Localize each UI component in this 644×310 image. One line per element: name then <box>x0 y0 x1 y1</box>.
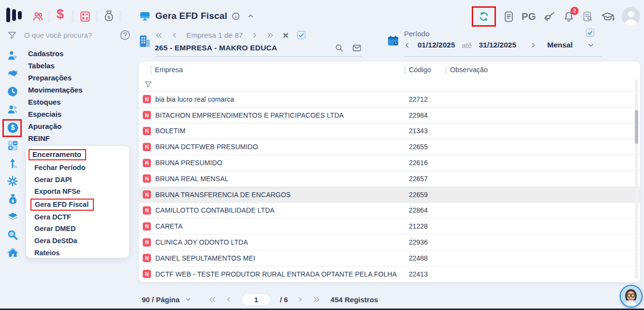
page-size-select[interactable]: 90 / Página <box>142 295 192 304</box>
info-icon[interactable] <box>232 12 240 20</box>
sidebar-item-preparacoes[interactable]: Preparações <box>28 73 83 85</box>
calculator-icon[interactable] <box>6 139 19 152</box>
table-row[interactable]: NCLINICA JOY ODONTO LTDA22936 <box>139 234 640 250</box>
sidebar-item-apuracao[interactable]: Apuração <box>28 121 83 133</box>
table-row[interactable]: NBRUNA REAL MENSAL22657 <box>139 171 640 187</box>
page-next-button[interactable] <box>297 296 303 303</box>
submenu-item-rateios[interactable]: Rateios <box>34 248 129 260</box>
sidebar-item-tabelas[interactable]: Tabelas <box>28 61 83 73</box>
pg-button[interactable]: PG <box>522 11 536 22</box>
app-logo[interactable] <box>6 8 22 22</box>
submenu-item-gerar-dmed[interactable]: Gerar DMED <box>34 223 129 235</box>
submenu-item-exporta-nfse[interactable]: Exporta NFSe <box>34 186 129 198</box>
divider <box>95 10 98 23</box>
money-bag-icon[interactable]: $ <box>103 9 115 23</box>
calculator-icon[interactable] <box>79 10 91 23</box>
document-icon[interactable] <box>503 10 515 23</box>
mail-icon[interactable] <box>352 43 362 53</box>
sidebar-item-reinf[interactable]: REINF <box>28 133 83 145</box>
page-last-button[interactable] <box>312 296 321 303</box>
refresh-icon[interactable] <box>477 10 491 23</box>
page-prev-button[interactable] <box>225 296 232 303</box>
sidebar-item-cadastros[interactable]: Cadastros <box>28 48 83 61</box>
gear-icon[interactable] <box>6 175 19 187</box>
divider <box>155 56 362 57</box>
period-end-date[interactable]: 31/12/2025 <box>479 41 516 49</box>
code-cell: 22864 <box>409 206 428 214</box>
status-badge: N <box>143 111 151 119</box>
table-row[interactable]: NBITACHON EMPREENDIMENTOS E PARTICIPACOE… <box>139 108 640 124</box>
clock-icon[interactable] <box>6 85 19 98</box>
dollar-icon[interactable]: $ <box>57 7 64 22</box>
table-row[interactable]: NCARETA21228 <box>139 218 640 234</box>
table-row[interactable]: NDCTF WEB - TESTE PRODUTOR RURAL ENTRADA… <box>139 266 640 282</box>
layers-icon[interactable] <box>6 211 19 223</box>
period-prev-button[interactable] <box>404 42 411 49</box>
period-label: Período <box>404 30 430 38</box>
page-first-button[interactable] <box>208 296 217 303</box>
company-prev-button[interactable] <box>171 32 178 39</box>
users-icon[interactable] <box>32 10 45 23</box>
page-number-input[interactable] <box>241 293 271 306</box>
home-icon[interactable] <box>6 247 19 259</box>
company-name: 265 - EMPRESA - MAKRO EDUCA <box>155 44 334 52</box>
table-row[interactable]: NBRUNA DCTFWEB PRESUMIDO22655 <box>139 139 640 155</box>
money-bag-icon[interactable]: $ <box>6 193 19 205</box>
handshake-icon[interactable] <box>6 67 19 80</box>
company-cell: BRUNA DCTFWEB PRESUMIDO <box>155 143 258 151</box>
table-scrollbar[interactable] <box>635 79 638 279</box>
company-checkbox[interactable] <box>297 31 305 39</box>
document-search-icon[interactable] <box>582 10 594 23</box>
company-cell: DANIEL SEPULTAMENTOS MEI <box>155 254 255 262</box>
chevron-down-icon[interactable] <box>586 42 595 48</box>
submenu-item-gera-dctf[interactable]: Gera DCTF <box>34 212 129 224</box>
notification-badge: 2 <box>570 7 579 15</box>
company-search-icon[interactable] <box>334 43 344 53</box>
help-icon[interactable] <box>120 30 131 41</box>
calendar-icon <box>387 34 400 47</box>
growth-icon[interactable]: % <box>6 157 19 170</box>
sidebar-search-input[interactable] <box>24 31 106 39</box>
company-next-button[interactable] <box>251 32 258 39</box>
period-checkbox[interactable] <box>586 29 594 37</box>
divider <box>119 10 121 23</box>
user-avatar[interactable] <box>622 7 640 26</box>
table-row[interactable]: NBRUNA PRESUMIDO22616 <box>139 155 640 171</box>
period-next-button[interactable] <box>530 42 537 49</box>
user-settings-icon[interactable] <box>6 49 19 62</box>
table-row[interactable]: NDANIEL SEPULTAMENTOS MEI22488 <box>139 250 640 266</box>
company-close-button[interactable]: × <box>283 31 288 39</box>
sidebar-item-especiais[interactable]: Especiais <box>28 109 83 121</box>
company-last-button[interactable] <box>266 32 274 39</box>
period-mode-select[interactable]: Mensal <box>547 41 573 49</box>
chevron-up-icon[interactable] <box>246 13 255 19</box>
sidebar-item-estoques[interactable]: Estoques <box>28 97 83 109</box>
period-start-date[interactable]: 01/12/2025 <box>418 41 455 49</box>
submenu-item-gera-destda[interactable]: Gera DeStDa <box>34 235 129 248</box>
search-icon[interactable] <box>6 229 19 241</box>
table-scrollbar-thumb[interactable] <box>635 110 638 144</box>
sidebar-item-encerramento[interactable]: Encerramento <box>29 149 86 160</box>
graduation-cap-icon[interactable] <box>600 10 615 23</box>
submenu-item-gerar-dapi[interactable]: Gerar DAPI <box>34 174 129 186</box>
broom-icon[interactable] <box>543 10 556 23</box>
table-row[interactable]: NBRUNA TRANSFERENCIA DE ENCARGOS22659 <box>139 187 640 203</box>
table-row[interactable]: Nbia bia lucro real comarca22712 <box>139 92 640 108</box>
table-row[interactable]: NCAMILLOTTO CONTABILIDADE LTDA22864 <box>139 203 640 219</box>
bell-icon[interactable]: 2 <box>563 10 575 23</box>
table-row[interactable]: NBOLETIM21343 <box>139 124 640 140</box>
chat-assistant-avatar[interactable] <box>620 285 643 308</box>
column-header-codigo[interactable]: Código <box>409 66 431 74</box>
code-cell: 22657 <box>409 175 428 183</box>
table-filter-icon[interactable] <box>144 80 153 89</box>
column-header-observacao[interactable]: Observação <box>450 66 488 74</box>
rail-highlight-box <box>2 119 22 137</box>
submenu-item-fechar-periodo[interactable]: Fechar Período <box>34 162 129 174</box>
submenu-item-gera-efd-fiscal[interactable]: Gera EFD Fiscal <box>30 199 94 211</box>
column-header-empresa[interactable]: Empresa <box>155 66 183 74</box>
sidebar-item-movimentacoes[interactable]: Movimentações <box>28 85 83 97</box>
filter-funnel-icon[interactable] <box>7 30 17 41</box>
sidebar-menu: CadastrosTabelasPreparaçõesMovimentações… <box>28 48 83 145</box>
users-icon[interactable] <box>6 103 19 116</box>
company-first-button[interactable] <box>155 32 163 39</box>
